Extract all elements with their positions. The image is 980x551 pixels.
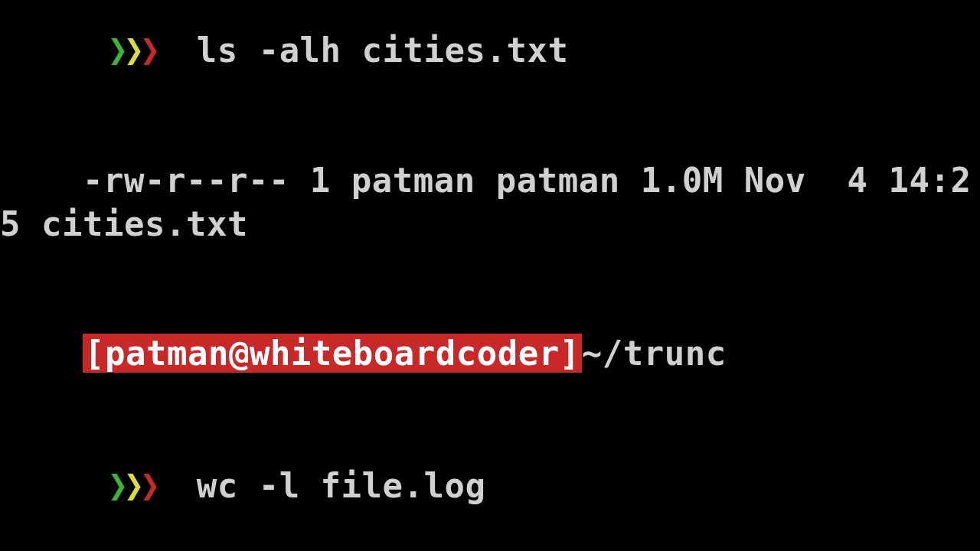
command-line-partial: ❯❯❯ ls -alh cities.txt — [0, 0, 980, 116]
command-line: ❯❯❯ wc -l file.log — [0, 418, 980, 551]
terminal-window[interactable]: ❯❯❯ ls -alh cities.txt -rw-r--r-- 1 patm… — [0, 0, 980, 551]
command-text: ls -alh cities.txt — [197, 31, 569, 70]
prompt-line: [patman@whiteboardcoder]~/trunc — [0, 289, 980, 418]
output-line: -rw-r--r-- 1 patman patman 1.0M Nov 4 14… — [0, 116, 980, 289]
prompt-path: ~/trunc — [582, 334, 727, 373]
prompt-arrows-icon: ❯❯❯ — [83, 26, 155, 73]
prompt-user-host: [patman@whiteboardcoder] — [83, 334, 582, 373]
prompt-arrows-icon: ❯❯❯ — [83, 461, 155, 508]
command-text: wc -l file.log — [197, 466, 486, 505]
